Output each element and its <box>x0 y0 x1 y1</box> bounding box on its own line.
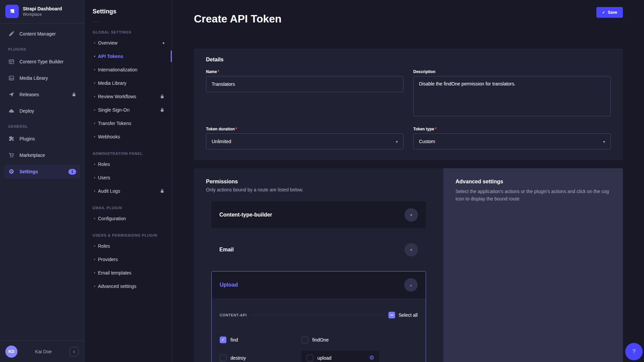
chevron-down-icon <box>410 212 413 217</box>
subnav-item-label: Email templates <box>98 270 131 276</box>
sidebar-item-label: Releases <box>19 92 39 97</box>
action-label: destroy <box>230 355 246 361</box>
subnav-item-label: Webhooks <box>98 134 120 139</box>
accordion-label: Content-type-builder <box>219 212 272 218</box>
token-type-label-text: Token type <box>413 127 434 131</box>
subnav-item-label: Providers <box>98 257 118 262</box>
findone-checkbox[interactable] <box>302 337 308 343</box>
action-label: upload <box>317 355 331 361</box>
main-nav-items: Content Manager PLUGINS Content-Type Bui… <box>0 23 84 341</box>
find-checkbox[interactable] <box>220 337 226 343</box>
subnav-item-webhooks[interactable]: Webhooks <box>85 130 172 143</box>
bullet-icon <box>94 177 95 178</box>
sidebar-item-plugins[interactable]: Plugins <box>4 132 80 146</box>
subnav-item-media-library[interactable]: Media Library <box>85 76 172 90</box>
sidebar-item-deploy[interactable]: Deploy <box>4 104 80 118</box>
sidebar-item-content-type-builder[interactable]: Content-Type Builder <box>4 55 80 69</box>
subnav-section-email-plugin: EMAIL PLUGIN <box>93 206 164 210</box>
puzzle-icon <box>8 135 15 142</box>
select-all-label: Select all <box>398 312 418 318</box>
workspace-switcher[interactable]: Strapi Dashboard Workplace <box>0 0 84 23</box>
sidebar-item-media-library[interactable]: Media Library <box>4 71 80 85</box>
accordion-email: Email <box>211 236 426 263</box>
sidebar-item-label: Settings <box>19 169 38 174</box>
bullet-icon <box>94 69 95 70</box>
sidebar-item-settings[interactable]: Settings 1 <box>4 165 80 179</box>
upload-checkbox[interactable] <box>307 355 313 361</box>
details-title: Details <box>206 57 611 63</box>
sidebar-item-label: Deploy <box>19 108 34 114</box>
main-content: Create API Token Save Details Name* Desc… <box>172 0 644 362</box>
help-button[interactable]: ? <box>625 343 643 360</box>
action-destroy: destroy <box>220 351 302 362</box>
subnav-item-review-workflows[interactable]: Review Workflows <box>85 90 172 103</box>
accordion-header-upload[interactable]: Upload <box>212 272 426 298</box>
subnav-item-label: Advanced settings <box>98 284 136 289</box>
image-icon <box>8 75 15 81</box>
subnav-title: Settings <box>93 8 164 15</box>
subnav-item-transfer-tokens[interactable]: Transfer Tokens <box>85 117 172 130</box>
check-icon <box>602 10 605 15</box>
destroy-checkbox[interactable] <box>220 355 226 361</box>
token-duration-label: Token duration* <box>206 127 404 131</box>
name-input[interactable] <box>206 76 404 92</box>
permissions-card: Permissions Only actions bound by a rout… <box>194 168 443 362</box>
sidebar-item-label: Content-Type Builder <box>19 59 64 64</box>
sidebar-item-releases[interactable]: Releases <box>4 87 80 102</box>
subnav-item-api-tokens[interactable]: API Tokens <box>85 50 172 63</box>
save-button[interactable]: Save <box>596 7 623 18</box>
sidebar-item-content-manager[interactable]: Content Manager <box>4 27 80 41</box>
subnav-item-roles-up[interactable]: Roles <box>85 239 172 253</box>
chevron-down-icon <box>410 247 413 252</box>
subnav-item-configuration[interactable]: Configuration <box>85 212 172 225</box>
subnav-item-internationalization[interactable]: Internationalization <box>85 63 172 76</box>
chevron-up-icon <box>410 282 413 287</box>
avatar[interactable]: KD <box>5 346 17 358</box>
chevron-down-icon <box>603 139 605 144</box>
subnav-item-users[interactable]: Users <box>85 171 172 184</box>
bullet-icon <box>94 136 95 137</box>
bullet-icon <box>94 96 95 97</box>
token-type-label: Token type* <box>413 127 611 131</box>
expand-accordion-button[interactable] <box>405 208 418 222</box>
subnav-item-email-templates[interactable]: Email templates <box>85 266 172 280</box>
subnav-item-roles-admin[interactable]: Roles <box>85 158 172 171</box>
collapse-sidebar-button[interactable] <box>69 347 79 356</box>
description-textarea[interactable]: Disable the findOne permission for trans… <box>413 76 611 116</box>
duration-field-group: Token duration* Unlimited <box>206 127 404 149</box>
select-all-checkbox[interactable] <box>388 312 395 318</box>
token-type-select[interactable]: Custom <box>413 133 611 149</box>
gear-icon <box>8 168 15 175</box>
subnav-item-overview[interactable]: Overview <box>85 36 172 50</box>
action-upload: upload <box>302 351 379 362</box>
lock-icon <box>160 108 164 112</box>
chevron-down-icon <box>396 139 398 144</box>
cart-icon <box>8 152 15 159</box>
token-duration-label-text: Token duration <box>206 127 235 131</box>
user-name: Kai Doe <box>21 349 65 354</box>
pen-icon <box>8 31 15 37</box>
advanced-settings-panel: Advanced settings Select the application… <box>443 168 623 362</box>
token-duration-select[interactable]: Unlimited <box>206 133 404 149</box>
expand-accordion-button[interactable] <box>405 243 418 256</box>
subnav-item-advanced-settings[interactable]: Advanced settings <box>85 280 172 293</box>
details-card: Details Name* Description Disable the fi… <box>194 49 623 160</box>
accordion-label: Email <box>219 247 234 253</box>
select-all-control[interactable]: Select all <box>388 312 418 318</box>
cloud-icon <box>8 108 15 114</box>
bullet-icon <box>94 42 95 44</box>
subnav-item-audit-logs[interactable]: Audit Logs <box>85 184 172 198</box>
subnav-item-label: Overview <box>98 40 117 46</box>
subnav-item-providers[interactable]: Providers <box>85 253 172 266</box>
cog-icon[interactable] <box>369 355 374 361</box>
subnav-section-users-permissions-plugin: USERS & PERMISSIONS PLUGIN <box>93 233 164 237</box>
collapse-accordion-button[interactable] <box>404 278 418 292</box>
permissions-section: Permissions Only actions bound by a rout… <box>194 168 623 362</box>
accordion-header-content-type-builder[interactable]: Content-type-builder <box>211 201 426 228</box>
accordion-header-email[interactable]: Email <box>211 236 426 263</box>
lock-icon <box>72 92 76 97</box>
bullet-icon <box>94 190 95 192</box>
subnav-item-single-sign-on[interactable]: Single Sign-On <box>85 103 172 117</box>
sidebar-item-marketplace[interactable]: Marketplace <box>4 148 80 162</box>
action-label: findOne <box>312 337 329 343</box>
